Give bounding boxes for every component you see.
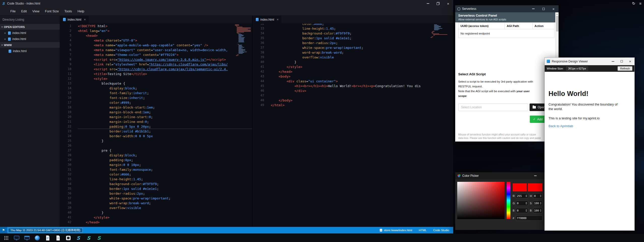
code-line[interactable]: <script src="https://cdnjs.cloudflare.co…: [78, 67, 252, 72]
code-studio-icon-1[interactable]: S: [75, 235, 82, 241]
menu-edit[interactable]: Edit: [18, 9, 29, 13]
restore-button[interactable]: [433, 0, 443, 7]
code-line[interactable]: blockquote {: [78, 81, 252, 86]
code-line[interactable]: color:#999;: [78, 100, 252, 105]
sidebar-section-www[interactable]: ▾WWW: [0, 42, 60, 48]
stepper-icon[interactable]: [540, 209, 541, 212]
code-studio-icon-2[interactable]: S: [85, 235, 93, 241]
stepper-icon[interactable]: [526, 202, 527, 204]
r-input[interactable]: 255: [516, 193, 528, 198]
tab-index-html[interactable]: index.html ×: [60, 16, 89, 23]
close-button[interactable]: ×: [443, 0, 453, 7]
code-line[interactable]: line-height:1.45;: [78, 177, 252, 182]
code-line[interactable]: }: [78, 139, 252, 143]
code-line[interactable]: <meta name="theme-color" content="#ff922…: [78, 52, 252, 57]
code-line[interactable]: border:1px solid #e1e1e1;: [78, 186, 252, 191]
tab-index-html[interactable]: index.html ×: [253, 16, 282, 23]
code-line[interactable]: word-wrap:break-word;: [271, 50, 453, 55]
menu-help[interactable]: Help: [75, 9, 87, 13]
titlebar[interactable]: Color Picker: [455, 172, 544, 179]
code-line[interactable]: border:solid #b1b1b1;: [78, 129, 252, 134]
code-line[interactable]: <meta name="apple-mobile-web-app-capable…: [78, 43, 252, 48]
code-line[interactable]: white-space:pre-wrap!important;: [78, 196, 252, 201]
close-icon[interactable]: ×: [4, 37, 7, 41]
window-size-value[interactable]: 361px x 627px: [566, 66, 588, 71]
code-line[interactable]: border:1px solid #e1e1e1;: [271, 36, 453, 41]
code-line[interactable]: pre {: [78, 148, 252, 153]
code-line[interactable]: </style>: [271, 64, 453, 69]
menu-file[interactable]: File: [8, 9, 18, 13]
g-input[interactable]: 0: [516, 201, 528, 206]
back-to-aprintlab-link[interactable]: Back to Aprintlab: [548, 124, 573, 128]
minimize-button[interactable]: [423, 0, 433, 7]
code-line[interactable]: word-wrap:break-word;: [78, 201, 252, 205]
menu-view[interactable]: View: [29, 9, 42, 13]
sidebar-section-open-editors[interactable]: ▾OPEN EDITORS: [0, 24, 60, 30]
menu-font-size[interactable]: Font Size: [42, 9, 62, 13]
close-icon[interactable]: ×: [4, 31, 7, 35]
tab-close-icon[interactable]: ×: [84, 18, 86, 21]
scroll-up-icon[interactable]: ▲: [556, 12, 559, 16]
code-studio-icon-3[interactable]: S: [96, 235, 103, 241]
stepper-icon[interactable]: [526, 195, 527, 197]
tab-close-icon[interactable]: ×: [277, 18, 279, 21]
b-input[interactable]: 0: [516, 208, 528, 213]
code-line[interactable]: padding:8px;: [78, 158, 252, 162]
close-button[interactable]: ×: [548, 5, 559, 12]
code-line[interactable]: border-radius:2px;: [78, 191, 252, 196]
s-input[interactable]: 100: [533, 201, 542, 206]
code-line[interactable]: margin:0 0 10px;: [78, 162, 252, 167]
code-line[interactable]: <meta name="viewport" content="user-scal…: [78, 48, 252, 52]
hue-slider[interactable]: [507, 182, 510, 219]
code-line[interactable]: display:block;: [78, 153, 252, 158]
code-line[interactable]: border-width:0 0 0 5px: [78, 134, 252, 139]
maximize-button[interactable]: [617, 58, 626, 65]
code-line[interactable]: </style>: [78, 215, 252, 220]
code-line[interactable]: </body>: [271, 98, 453, 103]
code-line[interactable]: <!DOCTYPE html>: [78, 24, 252, 28]
menu-tools[interactable]: Tools: [62, 9, 75, 13]
code-line[interactable]: </div>: [271, 88, 453, 93]
titlebar[interactable]: S Code Studio - index.html ×: [0, 0, 453, 7]
code-line[interactable]: font-size:inherit;: [78, 95, 252, 100]
code-line[interactable]: [78, 143, 252, 148]
minimize-button[interactable]: [609, 58, 617, 65]
file-item[interactable]: ×index.html: [0, 30, 60, 36]
h-input[interactable]: 0: [533, 193, 542, 198]
minimap[interactable]: [431, 24, 446, 38]
code-line[interactable]: <head>: [78, 33, 252, 38]
menu-icon[interactable]: ≡: [639, 1, 641, 6]
document-icon[interactable]: [44, 235, 51, 241]
code-line[interactable]: display:block;: [78, 86, 252, 91]
refresh-button[interactable]: Refresh: [618, 66, 632, 71]
saturation-picker[interactable]: [457, 182, 505, 219]
code-line[interactable]: margin-inline-end:0;: [78, 119, 252, 124]
code-line[interactable]: <link rel="stylesheet" href="https://cdn…: [78, 62, 252, 67]
code-line[interactable]: <style>: [78, 76, 252, 81]
close-button[interactable]: ×: [626, 58, 634, 65]
code-line[interactable]: font-family:inherit;: [78, 91, 252, 95]
code-line[interactable]: margin-block-end:1em;: [78, 110, 252, 115]
code-line[interactable]: <title>Testing Site</title>: [78, 72, 252, 76]
code-line[interactable]: <meta charset="UTF-8">: [78, 38, 252, 43]
titlebar[interactable]: Responsive Design Viewer ×: [545, 58, 634, 65]
code-line[interactable]: }: [271, 60, 453, 64]
stepper-icon[interactable]: [540, 202, 541, 204]
app-grid-icon[interactable]: [3, 235, 10, 241]
code-line[interactable]: border-radius:2px;: [271, 41, 453, 45]
hex-input[interactable]: ff0000: [516, 216, 542, 221]
stepper-icon[interactable]: [526, 209, 527, 212]
terminal-icon[interactable]: [13, 235, 20, 241]
code-line[interactable]: padding:0 5px 0 20px;: [78, 124, 252, 129]
code-line[interactable]: font-family:monospace;: [78, 167, 252, 172]
code-line[interactable]: <div class="ui container">: [271, 79, 453, 84]
titlebar[interactable]: Serverless ×: [455, 5, 559, 12]
minimize-button[interactable]: [528, 5, 538, 12]
code-content[interactable]: color:#666; line-height:1.45; background…: [267, 24, 453, 227]
code-line[interactable]: </head>: [78, 220, 252, 225]
code-line[interactable]: }: [78, 210, 252, 215]
code-line[interactable]: <script src="https://code.jquery.com/jqu…: [78, 57, 252, 62]
serverless-app-icon[interactable]: [65, 235, 72, 241]
code-line[interactable]: background-color:#f9f9f9;: [78, 182, 252, 186]
scroll-thumb[interactable]: [556, 16, 559, 31]
